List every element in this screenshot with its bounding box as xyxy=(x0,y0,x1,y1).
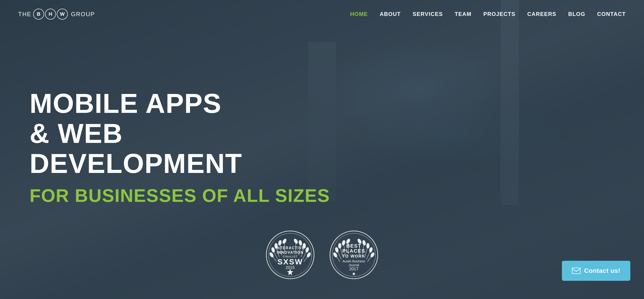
hero-content: MOBILE APPS & WEB DEVELOPMENT FOR BUSINE… xyxy=(30,88,330,206)
nav-item-home[interactable]: HOME xyxy=(350,11,368,17)
hero-title: MOBILE APPS & WEB DEVELOPMENT xyxy=(30,88,246,178)
hero-section: THE B H W GROUP HOME ABOUT SERVICES TEAM… xyxy=(0,0,644,299)
awards-badges: INTERACTIVE INNOVATION FINALIST SXSW 201… xyxy=(265,230,379,281)
svg-text:2017: 2017 xyxy=(349,267,358,271)
svg-text:Journal: Journal xyxy=(348,263,359,267)
hero-title-line2: DEVELOPMENT xyxy=(30,148,242,179)
hero-subtitle: FOR BUSINESSES OF ALL SIZES xyxy=(30,185,330,206)
header: THE B H W GROUP HOME ABOUT SERVICES TEAM… xyxy=(0,0,644,28)
svg-line-17 xyxy=(304,255,309,262)
hero-title-line1: MOBILE APPS & WEB xyxy=(30,88,222,149)
svg-text:INTERACTIVE: INTERACTIVE xyxy=(276,246,305,250)
logo-circle-b: B xyxy=(33,9,44,20)
best-places-badge: BEST PLACES TO WORK Austin Business Jour… xyxy=(329,230,379,281)
sxsw-badge: INTERACTIVE INNOVATION FINALIST SXSW 201… xyxy=(265,230,315,281)
svg-line-46 xyxy=(368,255,372,262)
logo-suffix: GROUP xyxy=(71,11,95,18)
svg-line-36 xyxy=(335,255,340,262)
nav-item-team[interactable]: TEAM xyxy=(454,11,472,17)
nav-item-projects[interactable]: PROJECTS xyxy=(483,11,515,17)
svg-text:Austin Business: Austin Business xyxy=(342,259,365,263)
nav-item-blog[interactable]: BLOG xyxy=(568,11,585,17)
svg-text:INNOVATION: INNOVATION xyxy=(277,250,304,254)
nav-item-services[interactable]: SERVICES xyxy=(412,11,443,17)
nav-item-careers[interactable]: CAREERS xyxy=(527,11,556,17)
svg-text:PLACES: PLACES xyxy=(342,248,365,254)
svg-text:★: ★ xyxy=(288,270,292,275)
logo-circle-w: W xyxy=(57,9,68,20)
svg-text:SXSW: SXSW xyxy=(278,257,303,266)
logo[interactable]: THE B H W GROUP xyxy=(18,9,95,20)
mail-icon xyxy=(572,267,580,274)
svg-rect-58 xyxy=(572,268,580,274)
svg-text:TO WORK: TO WORK xyxy=(342,254,366,258)
contact-us-label: Contact us! xyxy=(584,267,620,274)
main-nav: HOME ABOUT SERVICES TEAM PROJECTS CAREER… xyxy=(350,11,626,17)
svg-text:★: ★ xyxy=(352,271,356,276)
svg-line-7 xyxy=(272,255,276,262)
logo-circles: B H W xyxy=(33,9,68,20)
logo-prefix: THE xyxy=(18,11,32,18)
nav-item-about[interactable]: ABOUT xyxy=(380,11,401,17)
contact-us-button[interactable]: Contact us! xyxy=(562,261,630,281)
svg-text:2015: 2015 xyxy=(286,265,295,270)
logo-circle-h: H xyxy=(45,9,56,20)
nav-item-contact[interactable]: CONTACT xyxy=(597,11,626,17)
